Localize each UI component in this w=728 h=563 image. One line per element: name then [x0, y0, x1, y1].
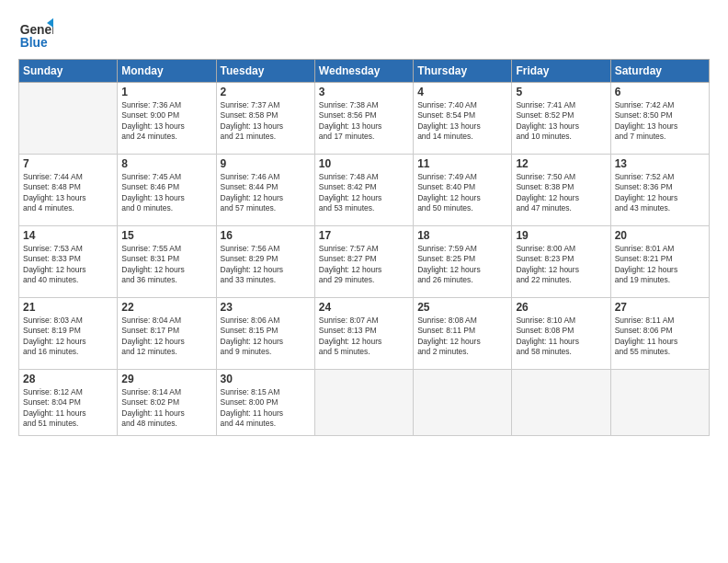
calendar-cell: 4Sunrise: 7:40 AM Sunset: 8:54 PM Daylig…	[414, 83, 512, 155]
day-number: 3	[319, 86, 409, 98]
day-number: 7	[23, 157, 113, 170]
cell-info: Sunrise: 7:46 AM Sunset: 8:44 PM Dayligh…	[221, 172, 311, 214]
day-number: 16	[221, 229, 311, 242]
day-number: 29	[121, 373, 211, 385]
col-header-sunday: Sunday	[19, 60, 118, 83]
logo: General Blue	[18, 17, 59, 52]
cell-info: Sunrise: 7:42 AM Sunset: 8:50 PM Dayligh…	[615, 100, 705, 143]
day-number: 28	[23, 373, 113, 385]
day-number: 10	[319, 157, 409, 170]
calendar-cell: 16Sunrise: 7:56 AM Sunset: 8:29 PM Dayli…	[216, 226, 314, 298]
col-header-saturday: Saturday	[610, 60, 709, 83]
cell-info: Sunrise: 8:08 AM Sunset: 8:11 PM Dayligh…	[417, 316, 507, 358]
day-number: 19	[516, 229, 606, 242]
svg-text:Blue: Blue	[20, 35, 48, 50]
col-header-thursday: Thursday	[414, 60, 512, 83]
calendar-cell: 17Sunrise: 7:57 AM Sunset: 8:27 PM Dayli…	[314, 226, 413, 298]
col-header-monday: Monday	[118, 60, 216, 83]
day-number: 11	[417, 157, 507, 170]
calendar-week-3: 21Sunrise: 8:03 AM Sunset: 8:19 PM Dayli…	[19, 298, 710, 370]
cell-info: Sunrise: 7:53 AM Sunset: 8:33 PM Dayligh…	[23, 244, 113, 286]
day-number: 14	[23, 229, 113, 242]
calendar-cell: 27Sunrise: 8:11 AM Sunset: 8:06 PM Dayli…	[610, 298, 709, 370]
cell-info: Sunrise: 7:44 AM Sunset: 8:48 PM Dayligh…	[23, 172, 113, 214]
day-number: 21	[23, 301, 113, 314]
day-number: 5	[516, 86, 606, 98]
calendar-week-2: 14Sunrise: 7:53 AM Sunset: 8:33 PM Dayli…	[19, 226, 710, 298]
calendar-cell: 19Sunrise: 8:00 AM Sunset: 8:23 PM Dayli…	[512, 226, 610, 298]
day-number: 12	[516, 157, 606, 170]
cell-info: Sunrise: 7:36 AM Sunset: 9:00 PM Dayligh…	[121, 100, 211, 143]
calendar-cell: 24Sunrise: 8:07 AM Sunset: 8:13 PM Dayli…	[314, 298, 413, 370]
calendar-cell: 22Sunrise: 8:04 AM Sunset: 8:17 PM Dayli…	[118, 298, 216, 370]
cell-info: Sunrise: 7:41 AM Sunset: 8:52 PM Dayligh…	[516, 100, 606, 143]
cell-info: Sunrise: 8:00 AM Sunset: 8:23 PM Dayligh…	[516, 244, 606, 286]
calendar-cell	[19, 83, 118, 155]
cell-info: Sunrise: 7:57 AM Sunset: 8:27 PM Dayligh…	[319, 244, 409, 286]
calendar-cell: 26Sunrise: 8:10 AM Sunset: 8:08 PM Dayli…	[512, 298, 610, 370]
col-header-friday: Friday	[512, 60, 610, 83]
day-number: 17	[319, 229, 409, 242]
calendar-cell: 30Sunrise: 8:15 AM Sunset: 8:00 PM Dayli…	[216, 370, 314, 436]
calendar-cell: 1Sunrise: 7:36 AM Sunset: 9:00 PM Daylig…	[118, 83, 216, 155]
calendar-cell: 18Sunrise: 7:59 AM Sunset: 8:25 PM Dayli…	[414, 226, 512, 298]
header: General Blue	[18, 17, 710, 52]
calendar-cell: 11Sunrise: 7:49 AM Sunset: 8:40 PM Dayli…	[414, 155, 512, 226]
cell-info: Sunrise: 8:03 AM Sunset: 8:19 PM Dayligh…	[23, 316, 113, 358]
calendar-cell	[414, 370, 512, 436]
day-number: 15	[121, 229, 211, 242]
calendar-cell: 25Sunrise: 8:08 AM Sunset: 8:11 PM Dayli…	[414, 298, 512, 370]
calendar-week-1: 7Sunrise: 7:44 AM Sunset: 8:48 PM Daylig…	[19, 155, 710, 226]
cell-info: Sunrise: 7:56 AM Sunset: 8:29 PM Dayligh…	[221, 244, 311, 286]
calendar-cell: 15Sunrise: 7:55 AM Sunset: 8:31 PM Dayli…	[118, 226, 216, 298]
cell-info: Sunrise: 8:04 AM Sunset: 8:17 PM Dayligh…	[121, 316, 211, 358]
cell-info: Sunrise: 8:10 AM Sunset: 8:08 PM Dayligh…	[516, 316, 606, 358]
calendar-cell: 5Sunrise: 7:41 AM Sunset: 8:52 PM Daylig…	[512, 83, 610, 155]
day-number: 18	[417, 229, 507, 242]
cell-info: Sunrise: 7:50 AM Sunset: 8:38 PM Dayligh…	[516, 172, 606, 214]
calendar-week-0: 1Sunrise: 7:36 AM Sunset: 9:00 PM Daylig…	[19, 83, 710, 155]
day-number: 26	[516, 301, 606, 314]
cell-info: Sunrise: 7:38 AM Sunset: 8:56 PM Dayligh…	[319, 100, 409, 143]
day-number: 9	[221, 157, 311, 170]
calendar-cell: 23Sunrise: 8:06 AM Sunset: 8:15 PM Dayli…	[216, 298, 314, 370]
calendar-cell: 7Sunrise: 7:44 AM Sunset: 8:48 PM Daylig…	[19, 155, 118, 226]
cell-info: Sunrise: 7:37 AM Sunset: 8:58 PM Dayligh…	[221, 100, 311, 143]
cell-info: Sunrise: 7:48 AM Sunset: 8:42 PM Dayligh…	[319, 172, 409, 214]
day-number: 8	[121, 157, 211, 170]
col-header-wednesday: Wednesday	[314, 60, 413, 83]
day-number: 22	[121, 301, 211, 314]
calendar-header-row: SundayMondayTuesdayWednesdayThursdayFrid…	[19, 60, 710, 83]
cell-info: Sunrise: 8:11 AM Sunset: 8:06 PM Dayligh…	[615, 316, 705, 358]
calendar-cell: 14Sunrise: 7:53 AM Sunset: 8:33 PM Dayli…	[19, 226, 118, 298]
calendar-cell: 9Sunrise: 7:46 AM Sunset: 8:44 PM Daylig…	[216, 155, 314, 226]
col-header-tuesday: Tuesday	[216, 60, 314, 83]
day-number: 1	[121, 86, 211, 98]
calendar-cell: 29Sunrise: 8:14 AM Sunset: 8:02 PM Dayli…	[118, 370, 216, 436]
cell-info: Sunrise: 7:40 AM Sunset: 8:54 PM Dayligh…	[417, 100, 507, 143]
calendar-cell	[512, 370, 610, 436]
cell-info: Sunrise: 7:52 AM Sunset: 8:36 PM Dayligh…	[615, 172, 705, 214]
cell-info: Sunrise: 7:55 AM Sunset: 8:31 PM Dayligh…	[121, 244, 211, 286]
day-number: 23	[221, 301, 311, 314]
day-number: 6	[615, 86, 705, 98]
calendar: SundayMondayTuesdayWednesdayThursdayFrid…	[18, 59, 710, 436]
day-number: 27	[615, 301, 705, 314]
calendar-cell: 3Sunrise: 7:38 AM Sunset: 8:56 PM Daylig…	[314, 83, 413, 155]
cell-info: Sunrise: 8:14 AM Sunset: 8:02 PM Dayligh…	[121, 387, 211, 430]
calendar-cell: 28Sunrise: 8:12 AM Sunset: 8:04 PM Dayli…	[19, 370, 118, 436]
cell-info: Sunrise: 7:45 AM Sunset: 8:46 PM Dayligh…	[121, 172, 211, 214]
cell-info: Sunrise: 8:12 AM Sunset: 8:04 PM Dayligh…	[23, 387, 113, 430]
calendar-cell: 8Sunrise: 7:45 AM Sunset: 8:46 PM Daylig…	[118, 155, 216, 226]
calendar-cell: 13Sunrise: 7:52 AM Sunset: 8:36 PM Dayli…	[610, 155, 709, 226]
day-number: 24	[319, 301, 409, 314]
day-number: 13	[615, 157, 705, 170]
day-number: 30	[221, 373, 311, 385]
day-number: 2	[221, 86, 311, 98]
day-number: 25	[417, 301, 507, 314]
day-number: 4	[417, 86, 507, 98]
calendar-cell	[314, 370, 413, 436]
day-number: 20	[615, 229, 705, 242]
cell-info: Sunrise: 7:49 AM Sunset: 8:40 PM Dayligh…	[417, 172, 507, 214]
cell-info: Sunrise: 7:59 AM Sunset: 8:25 PM Dayligh…	[417, 244, 507, 286]
